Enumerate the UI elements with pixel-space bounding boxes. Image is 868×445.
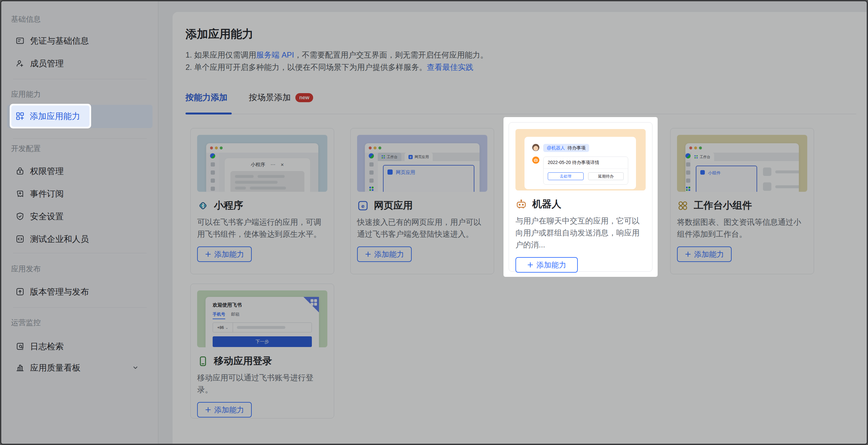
sidebar-item-label: 添加应用能力	[30, 111, 80, 122]
mock-message-title: 2022-05-20 待办事项详情	[544, 157, 628, 169]
sidebar-item-add-capability[interactable]: 添加应用能力	[11, 106, 90, 127]
app-window: 基础信息 凭证与基础信息 成员管理 应用能力 开发配置 权限管理	[0, 0, 868, 445]
bot-avatar-icon	[532, 156, 539, 164]
capability-card-bot[interactable]: @机器人 待办事项 2022-05-20 待办事项详情 去处理 延期待办	[509, 122, 652, 272]
bot-thumbnail: @机器人 待办事项 2022-05-20 待办事项详情 去处理 延期待办	[516, 129, 646, 190]
mock-message-card: 2022-05-20 待办事项详情 去处理 延期待办	[543, 156, 628, 185]
mock-handle-button: 去处理	[548, 172, 584, 180]
user-avatar	[532, 144, 539, 151]
dim-overlay	[1, 1, 867, 444]
card-title: 机器人	[532, 198, 561, 211]
tour-spotlight-bot-card: @机器人 待办事项 2022-05-20 待办事项详情 去处理 延期待办	[503, 117, 658, 277]
add-capability-icon	[16, 112, 25, 121]
add-capability-button[interactable]: 添加能力	[516, 257, 578, 273]
mock-mention-message: @机器人 待办事项	[543, 144, 589, 152]
card-description: 与用户在聊天中交互的应用，它可以向用户或群组自动发送消息，响应用户的消...	[516, 215, 646, 250]
tour-spotlight-sidebar: 添加应用能力	[10, 104, 91, 128]
robot-icon	[516, 199, 527, 210]
mock-postpone-button: 延期待办	[588, 172, 624, 180]
plus-icon	[527, 262, 533, 268]
